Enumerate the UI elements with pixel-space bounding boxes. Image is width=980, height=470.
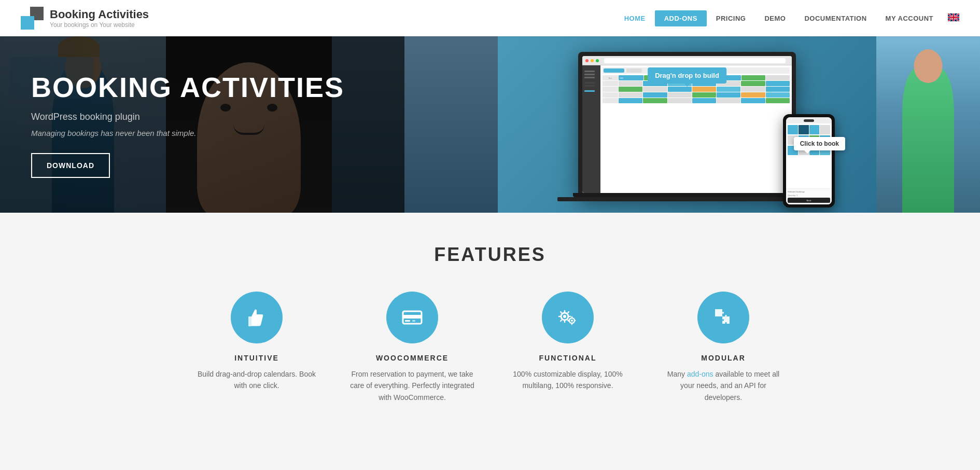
feature-woocommerce: WOOCOMMERCE From reservation to payment,… (350, 292, 474, 403)
nav-item-home[interactable]: HOME (615, 10, 655, 26)
creditcard-icon (400, 305, 425, 330)
tooltip-dragdrop: Drag'n drop to build (648, 67, 726, 84)
gears-icon (555, 305, 580, 330)
feature-modular: MODULAR Many add-ons available to meet a… (661, 292, 786, 403)
feature-desc-woocommerce: From reservation to payment, we take car… (350, 368, 474, 403)
nav-item-myaccount[interactable]: MY ACCOUNT (876, 10, 943, 26)
hero-description: Managing bookings has never been that si… (31, 129, 373, 137)
feature-intuitive: INTUITIVE Build drag-and-drop calendars.… (194, 292, 319, 403)
feature-icon-intuitive (231, 292, 283, 343)
logo-text: Booking Activities Your bookings on Your… (50, 8, 149, 29)
hero-title: BOOKING ACTIVITIES (31, 71, 373, 103)
main-nav: HOME ADD-ONS PRICING DEMO DOCUMENTATION … (615, 10, 959, 26)
hero-dashboard: Drag'n drop to build (498, 36, 876, 213)
download-button[interactable]: DOWNLOAD (31, 153, 110, 178)
feature-name-intuitive: INTUITIVE (234, 354, 279, 362)
site-header: Booking Activities Your bookings on Your… (0, 0, 980, 36)
logo-subtitle: Your bookings on Your website (50, 21, 149, 29)
svg-rect-5 (412, 320, 415, 322)
uk-flag-icon (948, 13, 959, 21)
feature-icon-modular (697, 292, 749, 343)
addons-link[interactable]: add-ons (687, 370, 713, 378)
nav-item-demo[interactable]: DEMO (755, 10, 795, 26)
feature-name-woocommerce: WOOCOMMERCE (376, 354, 449, 362)
hero-section: BOOKING ACTIVITIES WordPress booking plu… (0, 36, 980, 213)
tooltip-clickbook: Click to book (794, 137, 845, 150)
logo-title: Booking Activities (50, 8, 149, 21)
screen-sidebar (582, 65, 600, 193)
logo-icon (21, 7, 44, 30)
language-flag[interactable] (948, 13, 959, 23)
logo-square-blue (21, 16, 34, 30)
feature-name-modular: MODULAR (701, 354, 746, 362)
features-title: FEATURES (21, 244, 959, 266)
feature-desc-intuitive: Build drag-and-drop calendars. Book with… (194, 368, 319, 392)
features-section: FEATURES INTUITIVE Build drag-and-drop c… (0, 213, 980, 424)
feature-functional: FUNCTIONAL 100% customizable display, 10… (506, 292, 630, 403)
thumbsup-icon (244, 305, 269, 330)
feature-desc-modular: Many add-ons available to meet all your … (661, 368, 786, 403)
nav-item-documentation[interactable]: DOCUMENTATION (795, 10, 876, 26)
puzzle-icon (711, 305, 736, 330)
feature-desc-functional: 100% customizable display, 100% multilan… (506, 368, 630, 392)
svg-rect-4 (405, 320, 410, 322)
svg-rect-1 (248, 316, 251, 326)
svg-rect-3 (403, 315, 422, 319)
feature-icon-woocommerce (386, 292, 438, 343)
hero-photo-right (876, 36, 980, 213)
hero-content: BOOKING ACTIVITIES WordPress booking plu… (0, 36, 404, 213)
nav-item-addons[interactable]: ADD-ONS (655, 10, 707, 26)
svg-point-9 (571, 320, 573, 322)
svg-point-7 (563, 315, 566, 318)
hero-subtitle: WordPress booking plugin (31, 112, 373, 122)
features-grid: INTUITIVE Build drag-and-drop calendars.… (21, 292, 959, 403)
logo[interactable]: Booking Activities Your bookings on Your… (21, 7, 149, 30)
phone-mockup: Selected bookings Quantity: 1 Book (783, 114, 835, 208)
nav-item-pricing[interactable]: PRICING (707, 10, 755, 26)
feature-icon-functional (542, 292, 594, 343)
phone-screen: Selected bookings Quantity: 1 Book (786, 117, 832, 204)
feature-name-functional: FUNCTIONAL (539, 354, 597, 362)
